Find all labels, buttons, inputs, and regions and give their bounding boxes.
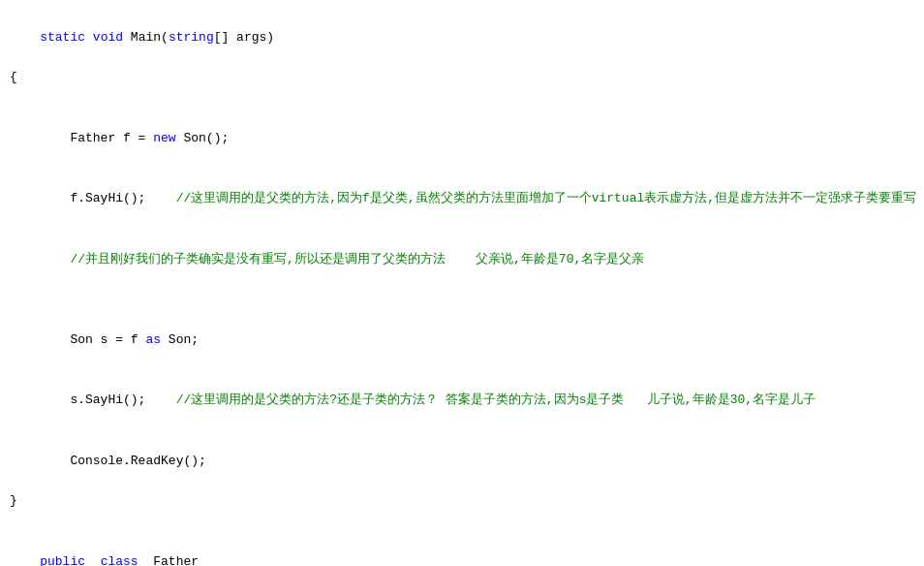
code-container: static void Main(string[] args) { Father… xyxy=(0,0,924,566)
line-son-init: Son s = f as Son; xyxy=(10,310,914,370)
line-brace-open: { xyxy=(10,68,914,88)
line-fsayhi: f.SayHi(); //这里调用的是父类的方法,因为f是父类,虽然父类的方法里… xyxy=(10,169,914,229)
line-ssayhi: s.SayHi(); //这里调用的是父类的方法?还是子类的方法？ 答案是子类的… xyxy=(10,370,914,430)
line-class-father: public class Father xyxy=(10,532,914,566)
line-comment2: //并且刚好我们的子类确实是没有重写,所以还是调用了父类的方法 父亲说,年龄是7… xyxy=(10,230,914,290)
line-brace-close1: } xyxy=(10,491,914,512)
line-father-init: Father f = new Son(); xyxy=(10,109,914,169)
line-readkey: Console.ReadKey(); xyxy=(10,431,914,491)
line-static: static void Main(string[] args) xyxy=(10,8,914,68)
